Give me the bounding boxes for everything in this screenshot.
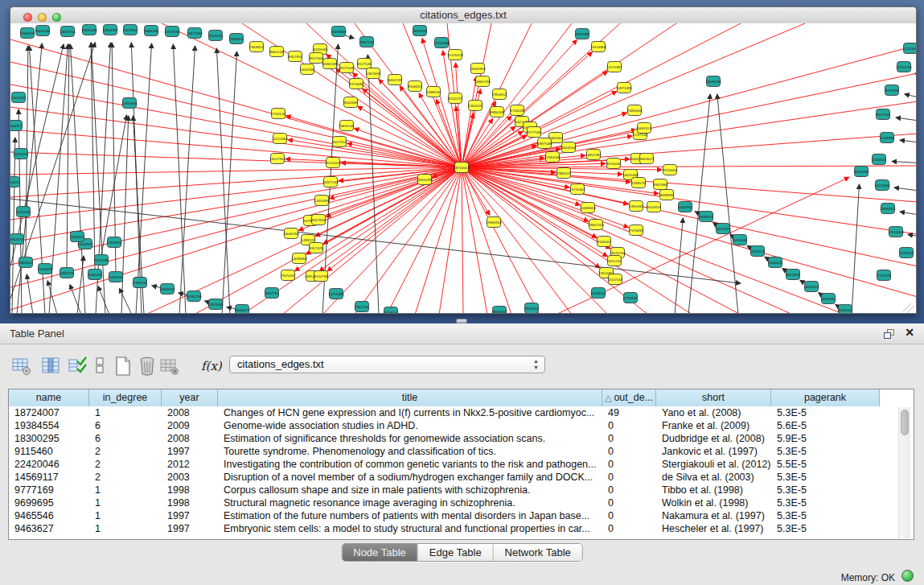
memory-status-indicator[interactable] [901, 570, 914, 582]
graph-node[interactable]: 1112403 [904, 43, 917, 54]
graph-node[interactable]: 9465115 [638, 123, 651, 134]
graph-node[interactable]: 2522543 [608, 274, 622, 285]
table-cell[interactable]: 9463627 [9, 522, 89, 535]
graph-node[interactable]: 7955812 [492, 89, 507, 100]
graph-node[interactable]: 9027503 [309, 53, 323, 64]
graph-node[interactable]: 6734028 [510, 105, 524, 116]
table-cell[interactable]: Yano et al. (2008) [656, 406, 771, 419]
graph-node[interactable]: 1362615 [468, 101, 483, 111]
graph-node[interactable]: 9245013 [384, 307, 398, 314]
network-window[interactable]: citations_edges.txt 20649758906448340557… [10, 6, 917, 314]
graph-node[interactable]: 9474444 [733, 235, 747, 245]
canvas-resize-grip[interactable] [903, 303, 914, 313]
table-row[interactable]: 969969511998Structural magnetic resonanc… [9, 496, 914, 509]
graph-node[interactable]: 7485063 [627, 105, 642, 116]
graph-node[interactable]: 16640910 [470, 64, 486, 74]
select-columns-button[interactable] [68, 356, 88, 377]
graph-node[interactable]: 9175685 [349, 79, 363, 89]
table-cell[interactable]: Stergiakouli et al. (2012) [656, 458, 771, 471]
graph-node[interactable]: 1733426 [623, 293, 638, 303]
graph-node[interactable]: 7663821 [229, 34, 244, 44]
table-cell[interactable]: 9699695 [9, 496, 89, 509]
graph-node[interactable]: 17359924 [106, 237, 122, 248]
graph-node[interactable]: 10654112 [803, 282, 819, 292]
graph-node[interactable]: 8186328 [322, 59, 337, 69]
table-cell[interactable]: 2003 [162, 471, 218, 484]
graph-node[interactable]: 9129966 [885, 85, 899, 96]
graph-node[interactable]: 18724007 [454, 163, 470, 173]
table-cell[interactable]: 0 [602, 419, 656, 432]
vertical-scrollbar[interactable] [898, 407, 910, 538]
table-cell[interactable]: 1 [89, 496, 162, 509]
table-cell[interactable]: 1 [89, 522, 162, 535]
graph-node[interactable]: 1654339 [300, 64, 314, 75]
table-cell[interactable]: Franke et al. (2009) [656, 419, 771, 432]
table-row[interactable]: 977716911998Corpus callosum shape and si… [9, 484, 914, 496]
graph-node[interactable]: 21364436 [544, 152, 561, 163]
table-cell[interactable]: 1 [89, 406, 162, 419]
graph-node[interactable]: 12213967 [606, 62, 622, 72]
delete-rows-button[interactable] [137, 356, 158, 377]
graph-node[interactable]: 9184067 [597, 237, 611, 247]
network-canvas[interactable]: 2064975890644834055714376914061065328715… [10, 23, 916, 313]
graph-node[interactable]: 15751074 [896, 62, 912, 72]
graph-node[interactable]: 8170051 [326, 158, 340, 168]
table-row[interactable]: 2242004622012Investigating the contribut… [9, 458, 914, 471]
graph-node[interactable]: 8215958 [854, 167, 869, 177]
table-cell[interactable]: 1998 [162, 496, 218, 509]
graph-node[interactable]: 7636222 [524, 303, 539, 314]
graph-node[interactable]: 7575692 [629, 225, 643, 236]
graph-node[interactable]: 7986322 [556, 168, 571, 179]
column-header-in_degree[interactable]: in_degree [89, 389, 162, 406]
table-cell[interactable]: Genome-wide association studies in ADHD. [218, 419, 602, 432]
table-cell[interactable]: 2008 [162, 432, 218, 445]
graph-node[interactable]: 8938923 [699, 212, 713, 222]
graph-node[interactable]: 16107554 [269, 154, 285, 164]
graph-node[interactable]: 8660128 [269, 47, 284, 57]
table-cell[interactable]: 9465546 [9, 509, 89, 522]
table-cell[interactable]: Tibbo et al. (1998) [656, 484, 771, 496]
graph-node[interactable]: 21953346 [121, 98, 138, 109]
graph-node[interactable]: 16671358 [187, 28, 203, 39]
graph-node[interactable]: 1640954 [678, 202, 692, 212]
table-row[interactable]: 1456911722003Disruption of a novel membe… [9, 471, 914, 484]
graph-node[interactable]: 9245017 [235, 305, 249, 314]
graph-node[interactable]: 9466160 [144, 26, 158, 36]
table-cell[interactable]: 18300295 [9, 432, 89, 445]
graph-node[interactable]: 2935114 [751, 246, 765, 257]
graph-node[interactable]: 16033809 [331, 27, 347, 37]
graph-node[interactable]: 2803144 [339, 121, 354, 131]
table-row[interactable]: 1830029562008Estimation of significance … [9, 432, 914, 445]
graph-node[interactable]: 15692971 [880, 204, 896, 214]
table-cell[interactable]: 1997 [162, 509, 218, 522]
graph-node[interactable]: 9146821 [408, 81, 422, 92]
table-cell[interactable]: Jankovic et al. (1997) [656, 445, 771, 458]
table-cell[interactable]: 2008 [162, 406, 218, 419]
graph-node[interactable]: 17016504 [888, 227, 904, 237]
graph-node[interactable]: 37691406 [81, 25, 97, 35]
graph-node[interactable]: 12923446 [207, 299, 224, 310]
close-panel-button[interactable]: ✕ [905, 326, 914, 339]
graph-node[interactable]: 15720407 [569, 184, 585, 195]
column-header-title[interactable]: title [218, 389, 602, 406]
tab-node-table[interactable]: Node Table [342, 544, 418, 561]
table-selector-dropdown[interactable]: citations_edges.txt ▲▼ [229, 356, 545, 373]
table-cell[interactable]: 49 [602, 406, 656, 419]
show-columns-button[interactable] [40, 356, 61, 377]
graph-node[interactable]: 16782759 [186, 291, 202, 302]
graph-node[interactable]: 10688609 [580, 203, 596, 213]
graph-node[interactable]: 34055714 [60, 27, 76, 37]
table-row[interactable]: 911546021997Tourette syndrome. Phenomeno… [9, 445, 914, 458]
table-cell[interactable]: 2 [89, 471, 162, 484]
table-cell[interactable]: 5.6E-5 [771, 419, 880, 432]
graph-node[interactable]: 16961758 [474, 76, 491, 87]
graph-node[interactable]: 19384554 [486, 217, 502, 228]
table-row[interactable]: 1938455462009Genome-wide association stu… [9, 419, 914, 432]
graph-node[interactable]: 8127508 [339, 63, 354, 73]
graph-node[interactable]: 7515526 [208, 31, 223, 41]
graph-node[interactable]: 12353594 [314, 196, 330, 206]
graph-node[interactable]: 6479197 [716, 224, 730, 234]
table-cell[interactable]: 5.3E-5 [771, 522, 880, 535]
graph-node[interactable]: 9064977 [10, 121, 23, 131]
column-header-year[interactable]: year [162, 389, 218, 406]
